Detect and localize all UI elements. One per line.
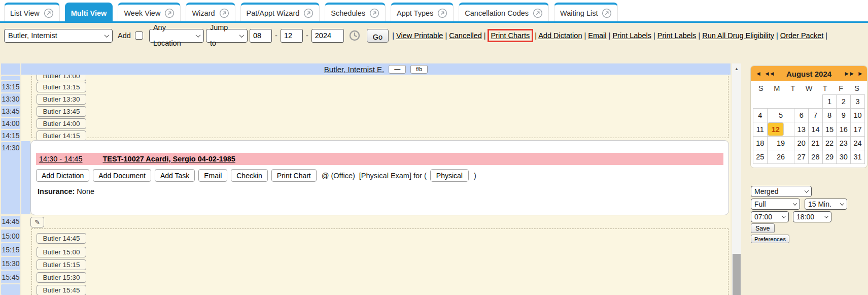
- size-select[interactable]: Full: [751, 199, 800, 210]
- tab-pat-appt-wizard[interactable]: Pat/Appt Wizard: [240, 3, 320, 21]
- calendar-day[interactable]: 15: [822, 122, 837, 137]
- calendar-prev-button[interactable]: ◄: [755, 70, 760, 77]
- appointment-time-link[interactable]: 14:30 - 14:45: [39, 155, 82, 163]
- date-month-input[interactable]: [250, 29, 272, 43]
- toolbar-link-print-charts[interactable]: Print Charts: [488, 29, 534, 42]
- preferences-button[interactable]: Preferences: [751, 235, 789, 243]
- toolbar-link-email[interactable]: Email: [588, 31, 606, 40]
- calendar-day[interactable]: 17: [851, 122, 865, 137]
- calendar-next-fast-button[interactable]: ►►: [844, 70, 854, 77]
- collapse-column-button[interactable]: —: [389, 65, 406, 74]
- calendar-next-button[interactable]: ►: [857, 70, 862, 77]
- calendar-day[interactable]: 22: [822, 137, 837, 150]
- external-link-icon: [219, 8, 229, 18]
- tab-cancellation-codes[interactable]: Cancellation Codes: [459, 3, 549, 21]
- calendar-day[interactable]: 25: [753, 150, 768, 164]
- calendar-day[interactable]: 19: [767, 137, 794, 150]
- slot-button-butler-13-30[interactable]: Butler 13:30: [37, 94, 86, 105]
- calendar-day[interactable]: 11: [753, 122, 768, 137]
- calendar-day[interactable]: 6: [794, 109, 809, 122]
- add-checkbox[interactable]: [135, 31, 143, 40]
- calendar-day[interactable]: 9: [837, 109, 851, 122]
- provider-select[interactable]: Butler, Internist: [4, 29, 113, 43]
- edit-slot-button[interactable]: ✎: [30, 217, 44, 227]
- appointment-action-checkin[interactable]: Checkin: [231, 169, 268, 182]
- calendar-day[interactable]: 23: [837, 137, 851, 150]
- weekday-label: W: [801, 84, 817, 92]
- calendar-day[interactable]: 7: [809, 109, 823, 122]
- appointment-action-email[interactable]: Email: [198, 169, 227, 182]
- link-separator: |: [582, 31, 588, 40]
- calendar-day[interactable]: 8: [822, 109, 837, 122]
- calendar-day[interactable]: 27: [794, 150, 809, 164]
- tab-waiting-list[interactable]: Waiting List: [554, 3, 618, 21]
- appointment-action-add-task[interactable]: Add Task: [155, 169, 195, 182]
- date-day-input[interactable]: [281, 29, 303, 43]
- calendar-day[interactable]: 14: [809, 122, 823, 137]
- slot-button-butler-14-45[interactable]: Butler 14:45: [37, 233, 86, 244]
- appointment-action-add-dictation[interactable]: Add Dictation: [36, 169, 89, 182]
- appointment-type-chip[interactable]: Physical: [430, 169, 469, 182]
- appointment-action-add-document[interactable]: Add Document: [93, 169, 151, 182]
- calendar-day[interactable]: 10: [851, 109, 865, 122]
- slot-button-butler-15-00[interactable]: Butler 15:00: [37, 247, 86, 257]
- tab-wizard[interactable]: Wizard: [186, 3, 235, 21]
- forward-back-button[interactable]: f/b: [410, 65, 428, 74]
- save-button[interactable]: Save: [751, 223, 775, 233]
- tab-list-view[interactable]: List View: [4, 3, 60, 21]
- toolbar-link-order-packet[interactable]: Order Packet: [780, 31, 823, 40]
- edit-icon: ✎: [34, 218, 40, 226]
- calendar-day[interactable]: 18: [753, 137, 768, 150]
- slot-button-butler-15-30[interactable]: Butler 15:30: [37, 272, 86, 283]
- slot-button-butler-14-00[interactable]: Butler 14:00: [37, 118, 86, 129]
- tab-week-view[interactable]: Week View: [118, 3, 181, 21]
- toolbar-link-print-labels[interactable]: Print Labels: [612, 31, 651, 40]
- jump-to-select[interactable]: Jump to: [206, 29, 248, 43]
- calendar-day[interactable]: 12: [768, 122, 784, 136]
- view-mode-select[interactable]: Merged: [751, 186, 812, 197]
- slot-button-butler-15-15[interactable]: Butler 15:15: [37, 259, 86, 270]
- toolbar-link-cancelled[interactable]: Cancelled: [449, 31, 482, 40]
- go-button[interactable]: Go: [367, 29, 389, 43]
- toolbar-link-run-all-drug-eligibility[interactable]: Run All Drug Eligibility: [702, 31, 774, 40]
- calendar-day[interactable]: 31: [851, 150, 865, 164]
- scroll-thumb[interactable]: [733, 254, 741, 295]
- calendar-day[interactable]: 21: [809, 137, 823, 150]
- calendar-day[interactable]: 2: [837, 95, 851, 109]
- end-time-select[interactable]: 18:00: [793, 211, 831, 222]
- toolbar-link-add-dictation[interactable]: Add Dictation: [538, 31, 582, 40]
- calendar-day[interactable]: 26: [767, 150, 794, 164]
- appointment-action-print-chart[interactable]: Print Chart: [271, 169, 317, 182]
- location-select[interactable]: Any Location: [149, 29, 204, 43]
- calendar-day[interactable]: 20: [794, 137, 809, 150]
- slot-button-butler-13-45[interactable]: Butler 13:45: [37, 106, 86, 117]
- scroll-up-button[interactable]: ▲: [732, 63, 741, 74]
- vertical-scrollbar[interactable]: ▲: [732, 63, 741, 295]
- calendar-day[interactable]: 29: [822, 150, 837, 164]
- calendar-day[interactable]: 4: [753, 109, 768, 122]
- calendar-day[interactable]: 30: [837, 150, 851, 164]
- calendar-prev-fast-button[interactable]: ◄◄: [764, 70, 774, 77]
- slot-button-butler-15-45[interactable]: Butler 15:45: [37, 285, 86, 295]
- toolbar-link-print-labels[interactable]: Print Labels: [657, 31, 697, 40]
- history-clock-icon[interactable]: [349, 29, 361, 42]
- provider-header-link[interactable]: Butler, Internist E.: [324, 65, 384, 74]
- calendar-day[interactable]: 5: [767, 109, 794, 122]
- calendar-day[interactable]: 16: [837, 122, 851, 137]
- interval-select[interactable]: 15 Min.: [805, 199, 847, 210]
- tab-appt-types[interactable]: Appt Types: [391, 3, 454, 21]
- calendar-day[interactable]: 3: [851, 95, 865, 109]
- calendar-day[interactable]: 28: [809, 150, 823, 164]
- appointment-patient-link[interactable]: TEST-10027 Acardi, Sergio 04-02-1985: [102, 155, 235, 163]
- calendar-day[interactable]: 1: [822, 95, 837, 109]
- tab-schedules[interactable]: Schedules: [325, 3, 386, 21]
- tab-multi-view[interactable]: Multi View: [65, 3, 113, 21]
- calendar-day[interactable]: 24: [851, 137, 865, 150]
- start-time-select[interactable]: 07:00: [751, 211, 789, 222]
- toolbar-link-view-printable[interactable]: View Printable: [396, 31, 443, 40]
- date-year-input[interactable]: [311, 29, 344, 43]
- insurance-label: Insurance:: [38, 187, 75, 195]
- calendar-day[interactable]: 13: [794, 122, 809, 137]
- slot-button-butler-14-15[interactable]: Butler 14:15: [37, 130, 86, 141]
- slot-button-butler-13-15[interactable]: Butler 13:15: [37, 82, 86, 92]
